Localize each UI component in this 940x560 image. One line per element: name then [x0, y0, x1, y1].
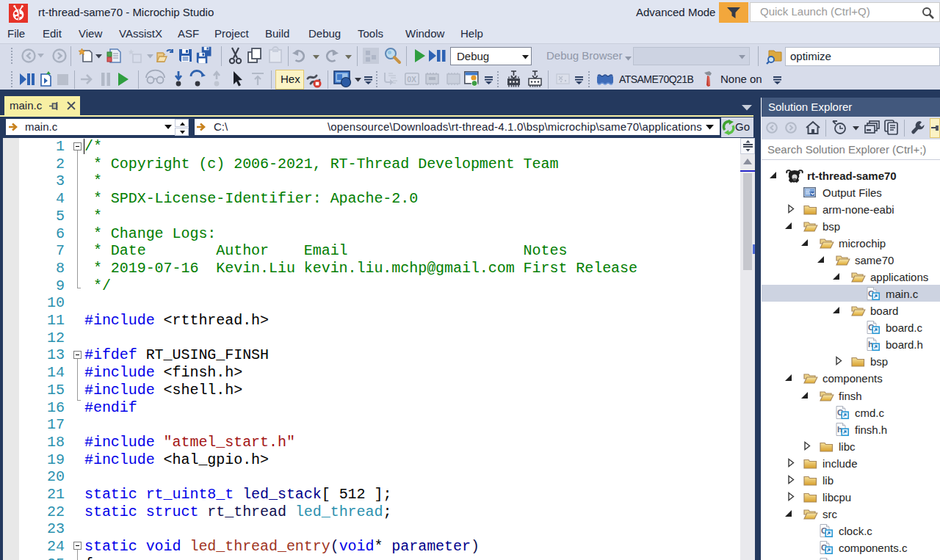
svg-text:0X: 0X [407, 75, 416, 84]
